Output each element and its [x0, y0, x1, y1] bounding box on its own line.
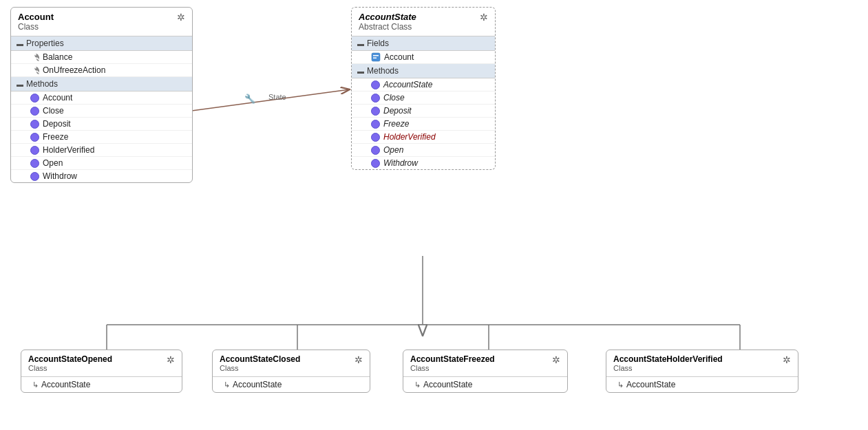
freezed-inherit-text: AccountState	[423, 380, 472, 389]
method-icon-holderverified	[30, 146, 39, 155]
freezed-class-box: AccountStateFreezed Class ✲ ↳ AccountSta…	[403, 350, 568, 393]
methods-label: Methods	[26, 79, 58, 89]
fields-label: Fields	[367, 39, 389, 48]
freezed-header: AccountStateFreezed Class ✲	[403, 350, 567, 377]
holderverified-subtitle: Class	[613, 364, 723, 372]
opened-inherit-text: AccountState	[41, 380, 90, 389]
opened-subtitle: Class	[28, 364, 112, 372]
wrench-icon-onufreeze	[30, 66, 39, 75]
freezed-title: AccountStateFreezed	[410, 354, 495, 364]
holderverified-header: AccountStateHolderVerified Class ✲	[606, 350, 798, 377]
inherit-arrow-opened: ↳	[32, 380, 39, 389]
field-icon-account	[371, 52, 381, 62]
property-onufreeze: OnUfreezeAction	[11, 64, 192, 77]
accountstate-title: AccountState	[359, 12, 416, 22]
opened-pin-icon[interactable]: ✲	[167, 354, 175, 365]
closed-pin-icon[interactable]: ✲	[354, 354, 363, 365]
accountstate-header: AccountState Abstract Class ✲	[352, 8, 495, 36]
as-method-open: Open	[352, 144, 495, 157]
account-class-box: Account Class ✲ ▬ Properties Balance OnU…	[10, 7, 193, 183]
account-subtitle: Class	[18, 22, 54, 32]
as-method-icon-freeze	[371, 120, 380, 129]
accountstate-fields-section: ▬ Fields	[352, 36, 495, 51]
accountstate-pin-icon[interactable]: ✲	[480, 12, 488, 23]
accountstate-methods-section: ▬ Methods	[352, 64, 495, 78]
as-method-icon-accountstate	[371, 80, 380, 89]
svg-rect-11	[373, 55, 379, 56]
properties-collapse-icon[interactable]: ▬	[17, 40, 23, 47]
closed-inherit: ↳ AccountState	[213, 377, 370, 392]
svg-rect-12	[373, 58, 377, 59]
inherit-arrow-freezed: ↳	[414, 380, 421, 389]
inherit-arrow-closed: ↳	[224, 380, 230, 389]
method-account: Account	[11, 92, 192, 105]
account-header: Account Class ✲	[11, 8, 192, 36]
method-open: Open	[11, 157, 192, 170]
properties-label: Properties	[26, 39, 64, 48]
holderverified-class-box: AccountStateHolderVerified Class ✲ ↳ Acc…	[606, 350, 798, 393]
closed-header: AccountStateClosed Class ✲	[213, 350, 370, 377]
opened-title: AccountStateOpened	[28, 354, 112, 364]
onufreeze-text: OnUfreezeAction	[43, 65, 105, 75]
as-method-close: Close	[352, 92, 495, 105]
as-method-holderverified: HolderVerified	[352, 131, 495, 144]
method-holderverified: HolderVerified	[11, 144, 192, 157]
holderverified-inherit: ↳ AccountState	[606, 377, 798, 392]
balance-text: Balance	[43, 52, 72, 62]
freezed-inherit: ↳ AccountState	[403, 377, 567, 392]
closed-title: AccountStateClosed	[220, 354, 300, 364]
closed-class-box: AccountStateClosed Class ✲ ↳ AccountStat…	[212, 350, 370, 393]
fields-collapse-icon[interactable]: ▬	[357, 40, 364, 47]
closed-subtitle: Class	[220, 364, 300, 372]
svg-rect-10	[372, 53, 380, 61]
as-method-freeze: Freeze	[352, 118, 495, 131]
method-icon-close	[30, 107, 39, 116]
svg-line-1	[187, 89, 350, 111]
as-method-icon-holderverified	[371, 133, 380, 142]
opened-inherit: ↳ AccountState	[21, 377, 182, 392]
method-icon-account	[30, 94, 39, 103]
field-account: Account	[352, 51, 495, 64]
method-icon-withdrow	[30, 172, 39, 181]
accountstate-class-box: AccountState Abstract Class ✲ ▬ Fields A…	[351, 7, 496, 170]
method-withdrow: Withdrow	[11, 170, 192, 182]
account-title: Account	[18, 12, 54, 22]
method-freeze: Freeze	[11, 131, 192, 144]
as-method-icon-open	[371, 146, 380, 155]
method-icon-deposit	[30, 120, 39, 129]
wrench-icon-balance	[30, 53, 39, 62]
property-balance: Balance	[11, 51, 192, 64]
as-method-icon-withdrow	[371, 159, 380, 168]
as-method-accountstate: AccountState	[352, 78, 495, 92]
holderverified-pin-icon[interactable]: ✲	[783, 354, 791, 365]
as-methods-label: Methods	[367, 66, 399, 76]
opened-class-box: AccountStateOpened Class ✲ ↳ AccountStat…	[21, 350, 182, 393]
as-method-icon-close	[371, 94, 380, 103]
freezed-pin-icon[interactable]: ✲	[552, 354, 560, 365]
holderverified-inherit-text: AccountState	[626, 380, 675, 389]
method-deposit: Deposit	[11, 118, 192, 131]
svg-text:State: State	[268, 93, 286, 101]
method-close: Close	[11, 105, 192, 118]
holderverified-title: AccountStateHolderVerified	[613, 354, 723, 364]
svg-text:🔧: 🔧	[244, 93, 256, 105]
closed-inherit-text: AccountState	[233, 380, 282, 389]
as-method-withdrow: Withdrow	[352, 157, 495, 169]
methods-collapse-icon[interactable]: ▬	[17, 80, 23, 88]
account-properties-section: ▬ Properties	[11, 36, 192, 51]
diagram-canvas: State 🔧 Account Class ✲ ▬ Properties	[0, 0, 868, 430]
method-icon-freeze	[30, 133, 39, 142]
opened-header: AccountStateOpened Class ✲	[21, 350, 182, 377]
as-method-icon-deposit	[371, 107, 380, 116]
inherit-arrow-holderverified: ↳	[617, 380, 624, 389]
account-methods-section: ▬ Methods	[11, 77, 192, 92]
accountstate-subtitle: Abstract Class	[359, 22, 416, 32]
as-method-deposit: Deposit	[352, 105, 495, 118]
as-methods-collapse-icon[interactable]: ▬	[357, 67, 364, 75]
method-icon-open	[30, 159, 39, 168]
freezed-subtitle: Class	[410, 364, 495, 372]
account-pin-icon[interactable]: ✲	[177, 12, 185, 23]
